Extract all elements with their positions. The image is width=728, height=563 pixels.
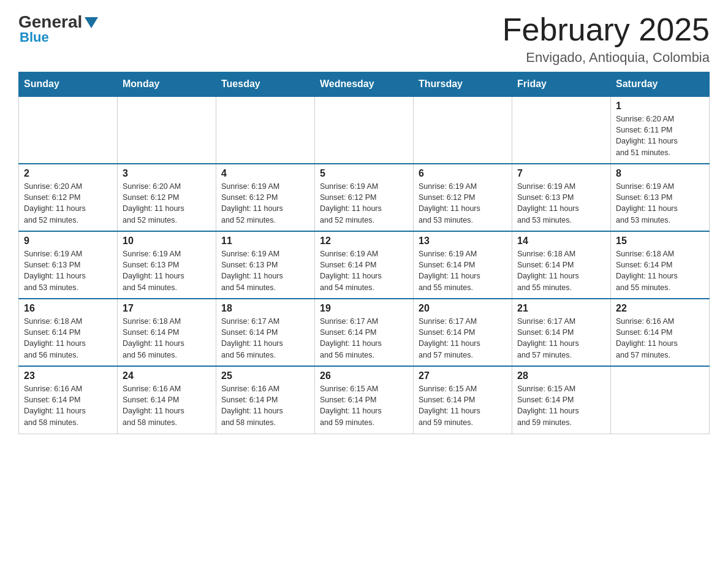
- day-number: 25: [221, 370, 309, 381]
- calendar-day-header: Monday: [118, 72, 216, 97]
- day-number: 3: [123, 168, 211, 179]
- calendar-day-header: Sunday: [19, 72, 118, 97]
- calendar-day-cell: 7Sunrise: 6:19 AM Sunset: 6:13 PM Daylig…: [512, 164, 611, 231]
- day-number: 18: [221, 303, 309, 314]
- day-info: Sunrise: 6:19 AM Sunset: 6:12 PM Dayligh…: [221, 181, 309, 226]
- calendar-day-cell: 10Sunrise: 6:19 AM Sunset: 6:13 PM Dayli…: [118, 231, 216, 299]
- calendar-day-cell: 27Sunrise: 6:15 AM Sunset: 6:14 PM Dayli…: [414, 366, 512, 434]
- day-number: 8: [616, 168, 704, 179]
- calendar-day-cell: 6Sunrise: 6:19 AM Sunset: 6:12 PM Daylig…: [414, 164, 512, 231]
- day-number: 28: [517, 370, 605, 381]
- calendar-empty-cell: [512, 96, 611, 164]
- title-block: February 2025 Envigado, Antioquia, Colom…: [502, 12, 710, 66]
- day-info: Sunrise: 6:15 AM Sunset: 6:14 PM Dayligh…: [419, 383, 507, 428]
- calendar-day-cell: 20Sunrise: 6:17 AM Sunset: 6:14 PM Dayli…: [414, 299, 512, 366]
- calendar-day-header: Friday: [512, 72, 611, 97]
- calendar-week-row: 23Sunrise: 6:16 AM Sunset: 6:14 PM Dayli…: [19, 366, 710, 434]
- day-number: 11: [221, 236, 309, 247]
- day-info: Sunrise: 6:18 AM Sunset: 6:14 PM Dayligh…: [24, 316, 112, 361]
- calendar-day-cell: 9Sunrise: 6:19 AM Sunset: 6:13 PM Daylig…: [19, 231, 118, 299]
- calendar-empty-cell: [19, 96, 118, 164]
- calendar-day-cell: 14Sunrise: 6:18 AM Sunset: 6:14 PM Dayli…: [512, 231, 611, 299]
- day-info: Sunrise: 6:20 AM Sunset: 6:11 PM Dayligh…: [616, 113, 704, 158]
- calendar-empty-cell: [118, 96, 216, 164]
- calendar-table: SundayMondayTuesdayWednesdayThursdayFrid…: [18, 72, 710, 434]
- day-number: 14: [517, 236, 605, 247]
- calendar-day-header: Thursday: [414, 72, 512, 97]
- calendar-day-header: Tuesday: [216, 72, 315, 97]
- day-number: 9: [24, 236, 112, 247]
- calendar-day-cell: 4Sunrise: 6:19 AM Sunset: 6:12 PM Daylig…: [216, 164, 315, 231]
- day-number: 6: [419, 168, 507, 179]
- calendar-day-cell: 21Sunrise: 6:17 AM Sunset: 6:14 PM Dayli…: [512, 299, 611, 366]
- day-info: Sunrise: 6:16 AM Sunset: 6:14 PM Dayligh…: [123, 383, 211, 428]
- day-info: Sunrise: 6:18 AM Sunset: 6:14 PM Dayligh…: [123, 316, 211, 361]
- calendar-day-cell: 16Sunrise: 6:18 AM Sunset: 6:14 PM Dayli…: [19, 299, 118, 366]
- day-info: Sunrise: 6:17 AM Sunset: 6:14 PM Dayligh…: [221, 316, 309, 361]
- calendar-empty-cell: [216, 96, 315, 164]
- calendar-day-header: Wednesday: [315, 72, 414, 97]
- day-number: 19: [320, 303, 408, 314]
- day-info: Sunrise: 6:15 AM Sunset: 6:14 PM Dayligh…: [320, 383, 408, 428]
- day-number: 24: [123, 370, 211, 381]
- calendar-day-cell: 13Sunrise: 6:19 AM Sunset: 6:14 PM Dayli…: [414, 231, 512, 299]
- day-info: Sunrise: 6:19 AM Sunset: 6:12 PM Dayligh…: [320, 181, 408, 226]
- calendar-day-cell: 22Sunrise: 6:16 AM Sunset: 6:14 PM Dayli…: [611, 299, 710, 366]
- calendar-day-cell: 2Sunrise: 6:20 AM Sunset: 6:12 PM Daylig…: [19, 164, 118, 231]
- day-number: 2: [24, 168, 112, 179]
- day-number: 26: [320, 370, 408, 381]
- calendar-day-cell: 18Sunrise: 6:17 AM Sunset: 6:14 PM Dayli…: [216, 299, 315, 366]
- calendar-empty-cell: [315, 96, 414, 164]
- day-info: Sunrise: 6:17 AM Sunset: 6:14 PM Dayligh…: [419, 316, 507, 361]
- calendar-week-row: 9Sunrise: 6:19 AM Sunset: 6:13 PM Daylig…: [19, 231, 710, 299]
- day-info: Sunrise: 6:17 AM Sunset: 6:14 PM Dayligh…: [320, 316, 408, 361]
- logo-arrow-icon: [85, 17, 98, 28]
- day-info: Sunrise: 6:19 AM Sunset: 6:12 PM Dayligh…: [419, 181, 507, 226]
- day-info: Sunrise: 6:19 AM Sunset: 6:13 PM Dayligh…: [24, 248, 112, 293]
- calendar-empty-cell: [611, 366, 710, 434]
- calendar-empty-cell: [414, 96, 512, 164]
- calendar-day-cell: 3Sunrise: 6:20 AM Sunset: 6:12 PM Daylig…: [118, 164, 216, 231]
- location-text: Envigado, Antioquia, Colombia: [502, 50, 710, 66]
- month-title: February 2025: [502, 12, 710, 47]
- svg-marker-0: [85, 17, 98, 28]
- calendar-day-cell: 26Sunrise: 6:15 AM Sunset: 6:14 PM Dayli…: [315, 366, 414, 434]
- day-info: Sunrise: 6:20 AM Sunset: 6:12 PM Dayligh…: [123, 181, 211, 226]
- calendar-day-cell: 5Sunrise: 6:19 AM Sunset: 6:12 PM Daylig…: [315, 164, 414, 231]
- day-info: Sunrise: 6:16 AM Sunset: 6:14 PM Dayligh…: [616, 316, 704, 361]
- calendar-week-row: 2Sunrise: 6:20 AM Sunset: 6:12 PM Daylig…: [19, 164, 710, 231]
- logo-blue-label: Blue: [20, 29, 49, 45]
- day-number: 12: [320, 236, 408, 247]
- day-number: 22: [616, 303, 704, 314]
- day-number: 7: [517, 168, 605, 179]
- day-info: Sunrise: 6:18 AM Sunset: 6:14 PM Dayligh…: [616, 248, 704, 293]
- day-number: 21: [517, 303, 605, 314]
- calendar-day-cell: 8Sunrise: 6:19 AM Sunset: 6:13 PM Daylig…: [611, 164, 710, 231]
- calendar-day-header: Saturday: [611, 72, 710, 97]
- calendar-day-cell: 19Sunrise: 6:17 AM Sunset: 6:14 PM Dayli…: [315, 299, 414, 366]
- page-header: General Blue February 2025 Envigado, Ant…: [18, 12, 710, 66]
- day-info: Sunrise: 6:16 AM Sunset: 6:14 PM Dayligh…: [221, 383, 309, 428]
- day-info: Sunrise: 6:20 AM Sunset: 6:12 PM Dayligh…: [24, 181, 112, 226]
- day-number: 10: [123, 236, 211, 247]
- calendar-header-row: SundayMondayTuesdayWednesdayThursdayFrid…: [19, 72, 710, 97]
- calendar-day-cell: 23Sunrise: 6:16 AM Sunset: 6:14 PM Dayli…: [19, 366, 118, 434]
- day-info: Sunrise: 6:19 AM Sunset: 6:13 PM Dayligh…: [221, 248, 309, 293]
- calendar-day-cell: 25Sunrise: 6:16 AM Sunset: 6:14 PM Dayli…: [216, 366, 315, 434]
- calendar-week-row: 16Sunrise: 6:18 AM Sunset: 6:14 PM Dayli…: [19, 299, 710, 366]
- calendar-day-cell: 1Sunrise: 6:20 AM Sunset: 6:11 PM Daylig…: [611, 96, 710, 164]
- calendar-day-cell: 28Sunrise: 6:15 AM Sunset: 6:14 PM Dayli…: [512, 366, 611, 434]
- day-number: 5: [320, 168, 408, 179]
- day-info: Sunrise: 6:16 AM Sunset: 6:14 PM Dayligh…: [24, 383, 112, 428]
- day-info: Sunrise: 6:19 AM Sunset: 6:14 PM Dayligh…: [419, 248, 507, 293]
- calendar-week-row: 1Sunrise: 6:20 AM Sunset: 6:11 PM Daylig…: [19, 96, 710, 164]
- day-number: 17: [123, 303, 211, 314]
- day-number: 1: [616, 101, 704, 112]
- day-number: 16: [24, 303, 112, 314]
- day-number: 13: [419, 236, 507, 247]
- day-number: 20: [419, 303, 507, 314]
- day-number: 4: [221, 168, 309, 179]
- day-info: Sunrise: 6:19 AM Sunset: 6:14 PM Dayligh…: [320, 248, 408, 293]
- calendar-day-cell: 15Sunrise: 6:18 AM Sunset: 6:14 PM Dayli…: [611, 231, 710, 299]
- calendar-day-cell: 17Sunrise: 6:18 AM Sunset: 6:14 PM Dayli…: [118, 299, 216, 366]
